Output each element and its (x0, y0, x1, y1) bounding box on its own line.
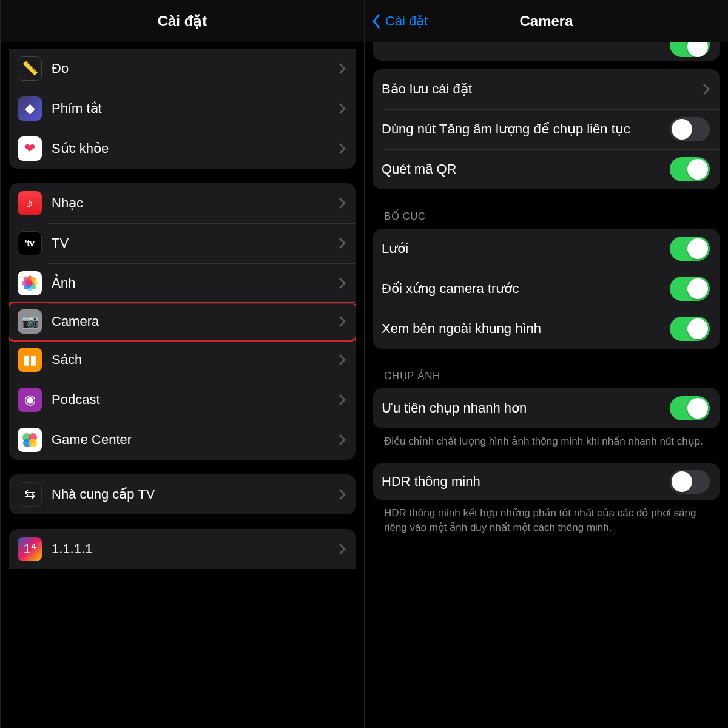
shortcuts-icon: ◆ (18, 96, 42, 121)
navbar-title: Camera (519, 13, 573, 30)
chevron-right-icon (339, 434, 346, 446)
chevron-right-icon (339, 143, 346, 155)
settings-row-faster-shot[interactable]: Ưu tiên chụp nhanh hơn (373, 388, 720, 428)
chevron-right-icon (339, 103, 346, 115)
chevron-right-icon (339, 488, 346, 500)
settings-group: 📏Đo◆Phím tắt❤Sức khỏe (9, 49, 356, 169)
row-label: Quét mã QR (382, 161, 670, 178)
books-icon: ▮▮ (18, 348, 42, 372)
settings-row-measure[interactable]: 📏Đo (9, 49, 356, 89)
settings-row-shortcuts[interactable]: ◆Phím tắt (9, 89, 356, 129)
health-icon: ❤ (18, 136, 42, 161)
settings-row-preserve-settings[interactable]: Bảo lưu cài đặt (373, 69, 720, 109)
settings-row-podcast[interactable]: ◉Podcast (9, 380, 356, 420)
gamecenter-icon (18, 428, 42, 452)
chevron-right-icon (339, 543, 346, 555)
settings-row-scan-qr[interactable]: Quét mã QR (373, 149, 720, 189)
row-label: Bảo lưu cài đặt (382, 81, 703, 98)
mirror-front-toggle[interactable] (670, 277, 710, 301)
settings-group: ♪Nhạc'tvTVẢnh📷Camera▮▮Sách◉PodcastGame C… (9, 183, 356, 460)
row-label: TV (52, 235, 339, 252)
row-label: Ưu tiên chụp nhanh hơn (382, 400, 670, 417)
section-header: CHỤP ẢNH (384, 369, 716, 382)
row-label: Game Center (52, 431, 339, 448)
row-label: Phím tắt (52, 100, 339, 117)
faster-shot-toggle[interactable] (670, 396, 710, 420)
settings-root-panel: Cài đặt 📏Đo◆Phím tắt❤Sức khỏe♪Nhạc'tvTVẢ… (0, 0, 364, 728)
settings-group: Bảo lưu cài đặtDùng nút Tăng âm lượng để… (373, 69, 720, 189)
tv-icon: 'tv (18, 231, 42, 255)
burst-volume-up-toggle[interactable] (670, 117, 710, 141)
svg-point-11 (29, 439, 37, 447)
row-label: Nhà cung cấp TV (52, 486, 339, 503)
chevron-right-icon (703, 83, 710, 95)
back-button[interactable]: Cài đặt (372, 0, 428, 42)
settings-row-gamecenter[interactable]: Game Center (9, 420, 356, 460)
photos-icon (18, 271, 42, 295)
section-footer: Điều chỉnh chất lượng hình ảnh thông min… (384, 434, 711, 449)
camera-icon: 📷 (18, 309, 42, 334)
settings-row-tv-provider[interactable]: ⇆Nhà cung cấp TV (9, 474, 356, 514)
smart-hdr-toggle[interactable] (670, 470, 710, 494)
settings-row-books[interactable]: ▮▮Sách (9, 340, 356, 380)
podcast-icon: ◉ (18, 388, 42, 412)
settings-row-outside-frame[interactable]: Xem bên ngoài khung hình (373, 309, 720, 349)
chevron-right-icon (339, 62, 346, 75)
row-label: Sách (52, 351, 339, 368)
measure-icon: 📏 (18, 56, 42, 81)
outside-frame-toggle[interactable] (670, 317, 710, 341)
settings-row-app-1111[interactable]: 1⁴1.1.1.1 (9, 529, 356, 569)
row-label: HDR thông minh (382, 473, 670, 490)
settings-group: Ưu tiên chụp nhanh hơn (373, 388, 720, 428)
settings-group: ⇆Nhà cung cấp TV (9, 474, 356, 514)
tv-provider-icon: ⇆ (18, 482, 42, 507)
chevron-right-icon (339, 237, 346, 249)
section-header: BỐ CỤC (384, 210, 716, 223)
settings-row-tv[interactable]: 'tvTV (9, 223, 356, 263)
settings-row-health[interactable]: ❤Sức khỏe (9, 129, 356, 169)
row-label: Dùng nút Tăng âm lượng để chụp liên tục (382, 121, 670, 138)
row-label: Xem bên ngoài khung hình (382, 320, 670, 337)
chevron-right-icon (339, 315, 346, 328)
row-label: Nhạc (52, 195, 339, 212)
settings-row-camera[interactable]: 📷Camera (9, 302, 356, 342)
settings-row-grid[interactable]: Lưới (373, 229, 720, 269)
section-footer: HDR thông minh kết hợp những phần tốt nh… (384, 506, 711, 535)
row-label: Sức khỏe (52, 140, 339, 157)
chevron-right-icon (339, 197, 346, 209)
grid-toggle[interactable] (670, 237, 710, 261)
row-label: Đối xứng camera trước (382, 280, 670, 297)
navbar-camera: Cài đặt Camera (365, 0, 728, 42)
row-label: 1.1.1.1 (52, 541, 339, 558)
navbar-title: Cài đặt (158, 13, 207, 30)
row-label: Lưới (382, 240, 670, 257)
settings-row-mirror-front[interactable]: Đối xứng camera trước (373, 269, 720, 309)
chevron-right-icon (339, 394, 346, 406)
settings-group: HDR thông minh (373, 463, 720, 500)
settings-row-burst-volume-up[interactable]: Dùng nút Tăng âm lượng để chụp liên tục (373, 109, 720, 149)
app-1111-icon: 1⁴ (18, 537, 42, 561)
settings-row-music[interactable]: ♪Nhạc (9, 183, 356, 223)
partial-top-toggle[interactable] (670, 42, 710, 57)
chevron-right-icon (339, 277, 346, 289)
chevron-right-icon (339, 354, 346, 366)
settings-row-photos[interactable]: Ảnh (9, 263, 356, 303)
chevron-left-icon (372, 13, 382, 29)
row-label: Camera (52, 313, 339, 330)
partial-row-top (373, 42, 720, 61)
back-label: Cài đặt (385, 13, 428, 29)
settings-group: LướiĐối xứng camera trướcXem bên ngoài k… (373, 229, 720, 349)
scan-qr-toggle[interactable] (670, 157, 710, 181)
row-label: Podcast (52, 391, 339, 408)
settings-row-smart-hdr[interactable]: HDR thông minh (373, 463, 720, 500)
settings-group: 1⁴1.1.1.1 (9, 529, 356, 569)
camera-settings-panel: Cài đặt Camera Bảo lưu cài đặtDùng nút T… (364, 0, 728, 728)
camera-settings-list[interactable]: Bảo lưu cài đặtDùng nút Tăng âm lượng để… (365, 42, 728, 728)
row-label: Ảnh (52, 275, 339, 292)
row-label: Đo (52, 60, 339, 77)
navbar-root: Cài đặt (1, 0, 364, 42)
music-icon: ♪ (18, 191, 42, 215)
settings-list[interactable]: 📏Đo◆Phím tắt❤Sức khỏe♪Nhạc'tvTVẢnh📷Camer… (1, 42, 364, 728)
